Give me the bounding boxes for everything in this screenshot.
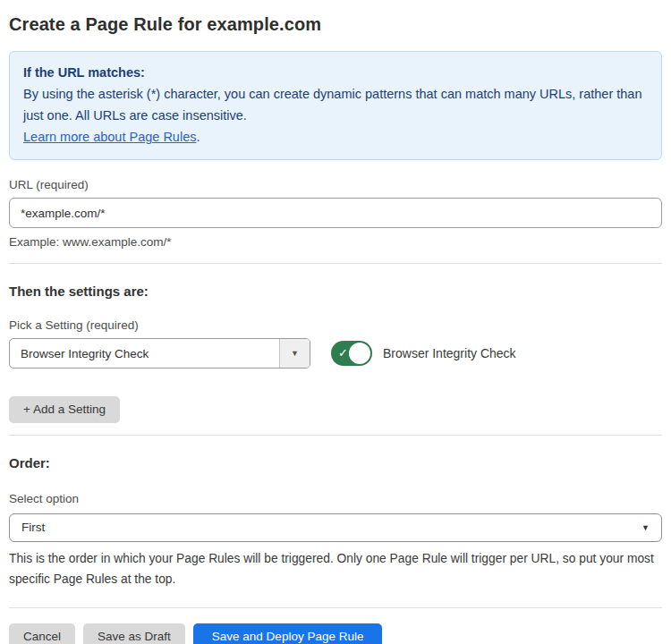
create-page-rule-form: Create a Page Rule for example.com If th…: [0, 0, 671, 644]
add-setting-button[interactable]: + Add a Setting: [9, 396, 120, 423]
url-field-label: URL (required): [9, 178, 662, 191]
setting-picker-row: Browser Integrity Check ▼ ✓ Browser Inte…: [9, 338, 662, 369]
divider: [9, 435, 662, 436]
toggle-knob: [349, 343, 370, 364]
settings-section-heading: Then the settings are:: [9, 284, 662, 299]
save-draft-button[interactable]: Save as Draft: [83, 623, 185, 644]
setting-select-value: Browser Integrity Check: [10, 339, 279, 368]
setting-select[interactable]: Browser Integrity Check ▼: [9, 338, 310, 369]
chevron-down-icon[interactable]: ▼: [279, 339, 310, 368]
chevron-down-icon: ▼: [641, 523, 650, 532]
order-select-label: Select option: [9, 492, 662, 505]
order-section-heading: Order:: [9, 455, 662, 470]
order-help-text: This is the order in which your Page Rul…: [9, 548, 664, 589]
page-title: Create a Page Rule for example.com: [9, 14, 662, 35]
order-select[interactable]: First ▼: [9, 513, 662, 542]
info-box-body: By using the asterisk (*) character, you…: [23, 83, 648, 126]
footer-buttons: Cancel Save as Draft Save and Deploy Pag…: [9, 623, 662, 644]
divider: [9, 607, 662, 608]
url-match-info-box: If the URL matches: By using the asteris…: [9, 51, 662, 160]
url-input[interactable]: [9, 198, 662, 228]
url-example-text: Example: www.example.com/*: [9, 235, 662, 249]
learn-more-link[interactable]: Learn more about Page Rules: [23, 130, 196, 144]
info-box-heading: If the URL matches:: [23, 62, 648, 83]
pick-setting-label: Pick a Setting (required): [9, 318, 662, 332]
check-icon: ✓: [338, 346, 348, 360]
save-deploy-button[interactable]: Save and Deploy Page Rule: [193, 623, 383, 644]
order-select-value: First: [21, 521, 45, 534]
cancel-button[interactable]: Cancel: [9, 623, 75, 644]
setting-toggle-label: Browser Integrity Check: [383, 346, 516, 360]
link-suffix: .: [196, 130, 200, 144]
divider: [9, 263, 662, 264]
setting-toggle[interactable]: ✓: [331, 341, 372, 366]
info-box-link-line: Learn more about Page Rules.: [23, 126, 648, 148]
